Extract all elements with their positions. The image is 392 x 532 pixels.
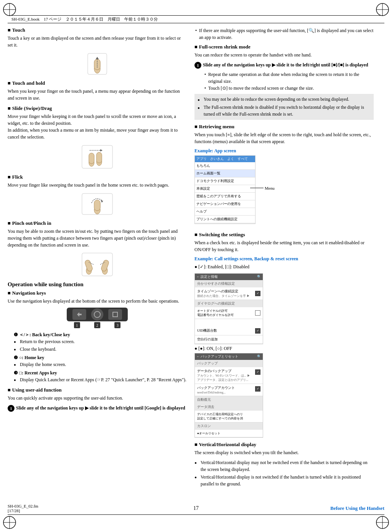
settings-item-4: 空白行の追加 [195, 335, 263, 344]
full-screen-notes: You may not be able to reduce the screen… [194, 94, 374, 120]
settings-spacer [195, 319, 263, 327]
key1-number: ❶ ＜/＞: Back key/Close key [14, 332, 70, 337]
backup-group-3: データ消去 [195, 403, 263, 411]
touch-section: Touch Touch a key or an item displayed o… [8, 27, 187, 76]
key-descriptions: ❶ ＜/＞: Back key/Close key Return to the … [8, 331, 187, 383]
user-aid-section-left: Using user-aid function You can quickly … [8, 387, 187, 412]
corner-mark-bl [2, 515, 17, 530]
vertical-horizontal-body: The screen display is switched when you … [194, 449, 374, 456]
user-aid-b1: If there are multiple apps supporting th… [194, 27, 374, 41]
nav-keys-bar [67, 308, 128, 321]
app-screen-header: アプリ さいきん よく すべて [195, 156, 255, 162]
touch-hold-heading: Touch and hold [8, 80, 187, 86]
full-screen-heading: Full-screen shrink mode [194, 44, 374, 50]
backup-item-4: ●オールリセット [195, 430, 263, 437]
svg-marker-23 [100, 149, 103, 152]
svg-marker-27 [101, 200, 103, 203]
touch-gesture-img [8, 52, 187, 76]
backup-item-1: データのバックアップアカウント、Wi-Fiパスワード、ほ... ▶アプリデータ、… [195, 367, 263, 384]
app-screen-mock: アプリ さいきん よく すべて もちろん ホーム画面一覧 ドコモクラウド利用設定… [194, 155, 255, 224]
full-screen-note2: The Full-screen shrink mode is disabled … [198, 104, 371, 118]
user-aid-body: You can quickly activate apps supporting… [8, 395, 187, 401]
retrieving-menu-body: When you touch [≡], slide the left edge … [194, 131, 374, 145]
pinch-body: You may be able to zoom the screen in/ou… [8, 228, 187, 248]
backup-item-2: バックアップアカウントneed/set/Drkl/mdrrng... ✓ [195, 384, 263, 396]
backup-checkbox-1: ✓ [255, 369, 260, 375]
app-item-6: ナビゲーションバーの使用を [195, 200, 255, 208]
full-screen-step1-text: Slide any of the navigation keys up ▶ sl… [203, 61, 368, 69]
svg-marker-16 [96, 57, 99, 59]
back-key-btn[interactable] [72, 309, 86, 320]
header-text: SH-03G_E.book 17 ページ ２０１５年４月６日 月曜日 午前１０時… [11, 16, 158, 22]
nav-keys-body: Use the navigation keys displayed at the… [8, 298, 187, 305]
settings-item-1: タイムゾーンへの接続設定接続された場合、タイムゾーンを手 ▶ ✓ [195, 287, 263, 300]
step-num-1: 1 [8, 405, 14, 412]
footer-line [8, 514, 384, 515]
svg-rect-21 [96, 152, 102, 163]
app-item-7: ヘルプ [195, 208, 255, 216]
svg-rect-19 [89, 153, 94, 164]
home-key-btn[interactable] [91, 308, 103, 321]
backup-group-1: バックアップ [195, 360, 263, 367]
pinch-gesture-img [8, 251, 187, 277]
app-item-3: ドコモクラウド利用設定 [195, 177, 255, 185]
checkbox-1: ✓ [255, 291, 260, 296]
switching-settings-section: Switching the settings When a check box … [194, 232, 374, 438]
backup-header: ← バックアップとリセット 🔍 [195, 353, 263, 360]
backup-screen-mock: ← バックアップとリセット 🔍 バックアップ データのバックアップアカウント、W… [194, 353, 263, 438]
app-item-5: 壁紙をこのアプリで共有する [195, 193, 255, 200]
backup-item-3: デバイスの工場出荷時設定へのリ設定して正確にすべての内容を消 [195, 411, 263, 422]
slide-body: Move your finger while keeping it on the… [8, 113, 187, 140]
recent-apps-key-btn[interactable] [108, 309, 122, 320]
slide-gesture-img [8, 143, 187, 170]
full-screen-b1: Repeat the same operation as that done w… [204, 71, 374, 85]
operation-heading: Operation while using function [8, 281, 187, 288]
key3-b1: Display Quick Launcher or Recent Apps (☞… [14, 376, 187, 383]
touch-hold-body: When you keep your finger on the touch p… [8, 88, 187, 102]
switching-settings-heading: Switching the settings [194, 232, 374, 238]
key3-label: ❸ □: Recent Apps key Display Quick Launc… [8, 369, 187, 383]
full-screen-b2: Touch [⊙] to move the reduced screen or … [204, 85, 374, 92]
full-screen-section: Full-screen shrink mode You can reduce t… [194, 44, 374, 120]
touch-body: Touch a key or an item displayed on the … [8, 35, 187, 48]
app-item-1: もちろん [195, 162, 255, 170]
key1-b2: Close the keyboard. [14, 346, 187, 353]
slide-heading: Slide (Swipe)/Drag [8, 105, 187, 111]
page-number: 17 [133, 505, 259, 511]
footer-file-info: SH-03G_E_02.fm [17/28] [8, 504, 133, 513]
app-item-2: ホーム画面一覧 [195, 170, 255, 177]
left-column: Touch Touch a key or an item displayed o… [8, 27, 187, 491]
key1-b1: Return to the previous screen. [14, 338, 187, 345]
menu-label: Menu [250, 186, 275, 190]
user-aid-step1-text: Slide any of the navigation keys up ▶ sl… [16, 405, 185, 412]
key2-label: ❷ ○: Home key Display the home screen. [8, 354, 187, 368]
settings-item-3: UID機器台数 ✓ [195, 327, 263, 335]
footer-right-text: Before Using the Handset [259, 505, 384, 511]
operation-section: Operation while using function Navigatio… [8, 281, 187, 412]
key2-number: ❷ ○: Home key [14, 355, 44, 360]
app-item-4: 本体設定 [195, 185, 255, 193]
corner-mark-br [375, 515, 390, 530]
backup-checkbox-2: ✓ [255, 386, 260, 392]
backup-group-2: 自動復元 [195, 396, 263, 403]
right-column: If there are multiple apps supporting th… [194, 27, 374, 491]
nav-num-1: 1 [74, 322, 80, 328]
settings-item-2: オートダイヤルの許可電話番号のダイヤルを許可 [195, 307, 263, 319]
full-screen-step1: 1 Slide any of the navigation keys up ▶ … [194, 61, 374, 69]
checkbox-3: ✓ [255, 328, 260, 334]
touch-heading: Touch [8, 27, 187, 33]
app-screen-container: アプリ さいきん よく すべて もちろん ホーム画面一覧 ドコモクラウド利用設定… [194, 155, 255, 224]
nav-num-3: 3 [114, 322, 120, 328]
nav-numbers: 1 2 3 [67, 322, 128, 328]
full-screen-bullets: Repeat the same operation as that done w… [194, 71, 374, 92]
user-aid-step1: 1 Slide any of the navigation keys up ▶ … [8, 405, 187, 412]
corner-mark-tr [375, 2, 390, 17]
user-aid-continuation: If there are multiple apps supporting th… [194, 27, 374, 41]
pinch-section: Pinch out/Pinch in You may be able to zo… [8, 220, 187, 277]
svg-point-36 [94, 311, 100, 318]
step-num-2: 1 [194, 62, 201, 69]
vertical-horizontal-section: Vertical/Horizontal display The screen d… [194, 442, 374, 487]
svg-rect-37 [113, 312, 117, 317]
full-screen-body: You can reduce the screen to operate the… [194, 52, 374, 58]
example-app-screen-label: Example: App screen [194, 148, 374, 154]
